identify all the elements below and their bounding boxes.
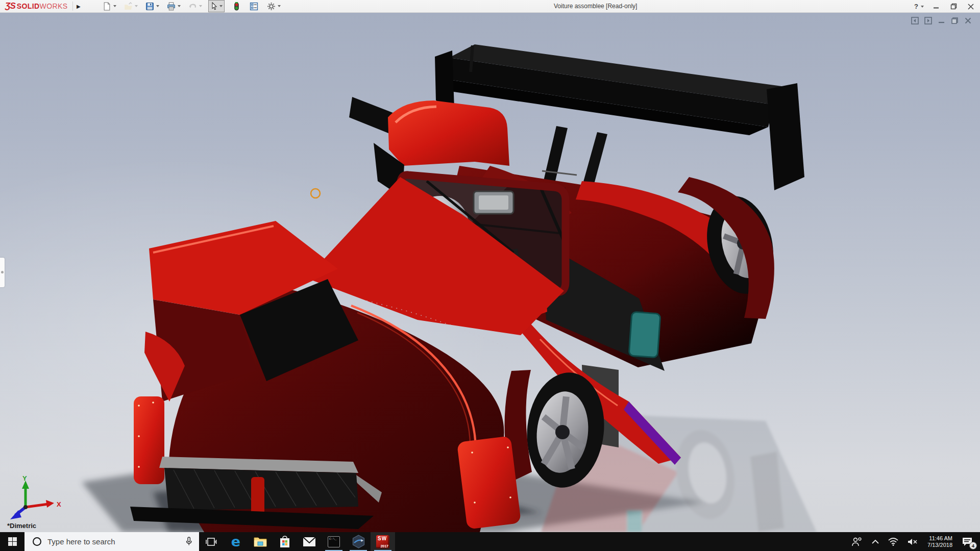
search-input[interactable]: [47, 537, 170, 546]
select-tool-button[interactable]: [208, 0, 225, 12]
taskbar-apps: e: [199, 532, 395, 551]
solidworks-window: ƷS SOLID WORKS ▶: [0, 0, 980, 551]
solidworks-taskbar-button[interactable]: SW 2017: [371, 532, 395, 551]
action-center-button[interactable]: 4: [958, 532, 980, 551]
speaker-muted-icon: [908, 538, 918, 546]
new-dropdown[interactable]: [113, 5, 116, 7]
people-button[interactable]: [847, 532, 867, 551]
edrawings-button[interactable]: [346, 532, 371, 551]
next-window-icon[interactable]: [924, 17, 932, 24]
undo-button[interactable]: [187, 1, 198, 12]
chevron-up-icon: [872, 539, 879, 544]
solidworks-logo-mark: ƷS: [5, 1, 15, 11]
windows-logo-icon: [8, 537, 17, 546]
front-left-corner: [134, 396, 164, 484]
clock-time: 11:46 AM: [927, 535, 952, 542]
help-button[interactable]: ?: [914, 3, 924, 10]
close-icon: [968, 4, 974, 10]
file-properties-button[interactable]: [248, 1, 259, 12]
doc-close-icon[interactable]: [964, 17, 972, 24]
wifi-icon: [888, 538, 898, 546]
restore-button[interactable]: [948, 2, 959, 12]
door-inner-panel: [629, 312, 660, 358]
save-button[interactable]: [144, 1, 155, 12]
windows-taskbar: e: [0, 532, 980, 551]
title-bar: ƷS SOLID WORKS ▶: [0, 0, 980, 13]
select-cursor-icon: [210, 2, 218, 10]
options-gear-icon: [267, 2, 276, 11]
microphone-icon[interactable]: [185, 537, 193, 546]
restore-icon: [950, 3, 957, 10]
close-button[interactable]: [966, 2, 976, 12]
print-button[interactable]: [165, 1, 177, 12]
show-hidden-icons-button[interactable]: [867, 532, 884, 551]
task-view-icon: [205, 536, 217, 548]
options-dropdown[interactable]: [278, 5, 281, 7]
edge-icon: e: [231, 534, 240, 549]
document-window-controls: [911, 17, 972, 24]
taskbar-clock[interactable]: 11:46 AM 7/13/2018: [922, 535, 958, 548]
store-icon: [279, 535, 291, 548]
command-prompt-button[interactable]: C:\_: [322, 532, 346, 551]
solidworks-logo: ƷS SOLID WORKS: [5, 1, 67, 11]
volume-button[interactable]: [903, 532, 922, 551]
headrest-fairing: [388, 101, 509, 166]
cortana-icon: [33, 537, 41, 546]
triad-x-label: X: [57, 500, 61, 508]
window-title: Voiture assomblee [Read-only]: [554, 3, 637, 10]
people-icon: [851, 537, 863, 547]
file-explorer-icon: [254, 536, 267, 547]
mail-button[interactable]: [297, 532, 322, 551]
select-dropdown[interactable]: [219, 5, 223, 7]
triad-y-label: Y: [22, 474, 27, 482]
help-dropdown[interactable]: [921, 6, 924, 8]
doc-restore-icon[interactable]: [951, 17, 959, 24]
new-document-icon: [103, 2, 111, 11]
minimize-icon: [933, 4, 939, 10]
rebuild-button[interactable]: [231, 1, 242, 12]
orientation-triad: Y X: [4, 474, 65, 525]
minimize-button[interactable]: [931, 2, 941, 12]
solidworks-2017-icon: SW 2017: [376, 535, 389, 548]
edge-button[interactable]: e: [224, 532, 248, 551]
view-orientation-label: *Dimetric: [7, 522, 36, 530]
save-dropdown[interactable]: [156, 5, 159, 7]
command-prompt-icon: C:\_: [328, 536, 340, 547]
annotation-marker: [311, 189, 320, 198]
previous-window-icon[interactable]: [911, 17, 919, 24]
print-dropdown[interactable]: [178, 5, 181, 7]
collapsed-panel-tab[interactable]: [0, 258, 5, 287]
mail-icon: [303, 537, 316, 547]
notification-badge: 4: [969, 542, 977, 549]
quick-access-toolbar: [101, 0, 285, 12]
graphics-viewport[interactable]: Y X *Dimetric: [0, 13, 980, 532]
task-view-button[interactable]: [199, 532, 224, 551]
front-right-corner: [457, 436, 521, 530]
clock-date: 7/13/2018: [927, 542, 952, 548]
system-tray: 11:46 AM 7/13/2018 4: [847, 532, 980, 551]
taskbar-search[interactable]: [24, 532, 199, 551]
doc-minimize-icon[interactable]: [938, 17, 945, 24]
undo-icon: [188, 2, 197, 11]
undo-dropdown[interactable]: [199, 5, 202, 7]
save-icon: [145, 2, 154, 11]
start-button[interactable]: [0, 532, 24, 551]
edrawings-hexagon-icon: [352, 535, 365, 548]
open-icon: [124, 2, 133, 11]
network-button[interactable]: [884, 532, 903, 551]
open-dropdown[interactable]: [135, 5, 138, 7]
3d-model-race-car[interactable]: [0, 13, 980, 532]
rebuild-traffic-light-icon: [232, 2, 241, 11]
menu-flyout-button[interactable]: ▶: [72, 2, 80, 11]
file-properties-icon: [250, 2, 258, 11]
print-icon: [167, 2, 176, 11]
options-button[interactable]: [265, 1, 277, 12]
open-button[interactable]: [122, 1, 134, 12]
file-explorer-button[interactable]: [248, 532, 273, 551]
new-document-button[interactable]: [101, 1, 112, 12]
store-button[interactable]: [273, 532, 297, 551]
